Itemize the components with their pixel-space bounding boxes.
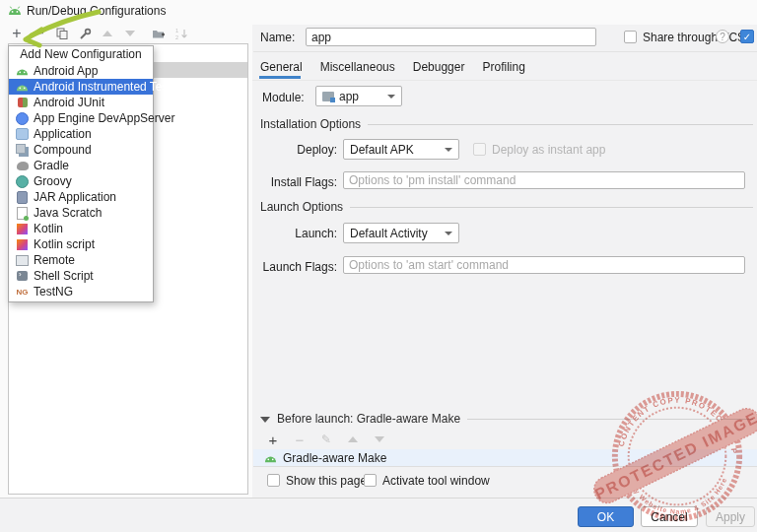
before-launch-collapse-icon[interactable] <box>260 417 270 423</box>
configurations-toolbar: + − 12 <box>8 26 190 41</box>
deploy-value: Default APK <box>350 143 414 157</box>
popup-item-jar-application[interactable]: JAR Application <box>9 189 153 205</box>
popup-item-label: TestNG <box>34 285 73 299</box>
chevron-down-icon <box>445 232 452 235</box>
deploy-instant-app-checkbox[interactable] <box>473 143 486 156</box>
module-select[interactable]: app <box>315 86 402 106</box>
popup-item-label: Shell Script <box>34 269 94 283</box>
before-launch-task-row[interactable]: Gradle-aware Make <box>253 449 757 467</box>
popup-item-testng[interactable]: NG TestNG <box>9 284 153 299</box>
popup-item-remote[interactable]: Remote <box>9 252 153 268</box>
popup-item-java-scratch[interactable]: Java Scratch <box>9 205 153 221</box>
edit-templates-wrench-icon[interactable] <box>76 26 94 41</box>
ok-button[interactable]: OK <box>578 506 634 527</box>
testng-icon: NG <box>16 286 29 299</box>
add-task-button[interactable]: + <box>264 432 282 447</box>
android-instrumented-tests-icon <box>16 81 29 94</box>
cancel-button[interactable]: Cancel <box>641 506 698 527</box>
section-line <box>350 207 753 208</box>
move-up-icon[interactable] <box>99 26 116 41</box>
remove-task-button[interactable]: − <box>291 432 309 447</box>
popup-item-shell-script[interactable]: Shell Script <box>9 268 153 284</box>
popup-item-label: Remote <box>34 253 75 267</box>
launch-options-title: Launch Options <box>260 200 343 214</box>
activate-tool-window-checkbox[interactable] <box>364 474 377 487</box>
module-label: Module: <box>262 91 305 104</box>
corner-checkbox[interactable]: ✓ <box>740 30 754 43</box>
launch-label: Launch: <box>252 227 337 240</box>
popup-item-android-app[interactable]: Android App <box>9 63 153 79</box>
deploy-instant-app-label: Deploy as instant app <box>492 143 605 157</box>
move-task-up-icon[interactable] <box>344 432 362 447</box>
popup-item-label: Android JUnit <box>34 96 104 109</box>
sort-configurations-icon[interactable]: 12 <box>172 26 190 41</box>
installation-options-section-header: Installation Options <box>260 117 753 131</box>
app-engine-icon <box>16 112 29 125</box>
popup-item-android-junit[interactable]: Android JUnit <box>9 95 153 110</box>
popup-item-kotlin[interactable]: Kotlin <box>9 221 153 236</box>
popup-item-label: Gradle <box>34 159 69 172</box>
install-flags-input[interactable] <box>343 171 745 189</box>
name-input[interactable] <box>306 28 596 46</box>
launch-flags-label: Launch Flags: <box>252 260 337 274</box>
popup-item-label: JAR Application <box>34 190 116 204</box>
show-this-page-label: Show this page <box>286 474 367 488</box>
remote-icon <box>16 254 29 267</box>
popup-item-kotlin-script[interactable]: Kotlin script <box>9 236 153 252</box>
share-through-vcs-label: Share through VCS <box>643 31 745 44</box>
tab-profiling[interactable]: Profiling <box>482 60 524 74</box>
deploy-select[interactable]: Default APK <box>343 139 459 160</box>
launch-value: Default Activity <box>350 227 428 240</box>
before-launch-toolbar: + − ✎ <box>264 432 388 447</box>
activate-tool-window-label: Activate tool window <box>382 474 490 488</box>
section-line <box>368 124 753 125</box>
android-junit-icon <box>16 97 29 109</box>
before-launch-section-header: Before launch: Gradle-aware Make <box>277 412 753 426</box>
show-this-page-checkbox[interactable] <box>267 474 280 487</box>
popup-item-label: Android Instrumented Tests <box>34 80 177 94</box>
kotlin-icon <box>16 223 29 235</box>
popup-item-label: Kotlin script <box>34 237 95 251</box>
jar-application-icon <box>16 191 29 204</box>
edit-task-icon[interactable]: ✎ <box>317 432 335 447</box>
groovy-icon <box>16 175 29 188</box>
tab-debugger[interactable]: Debugger <box>413 60 465 74</box>
popup-item-application[interactable]: Application <box>9 126 153 142</box>
popup-item-gradle[interactable]: Gradle <box>9 158 153 173</box>
launch-select[interactable]: Default Activity <box>343 223 459 243</box>
popup-item-label: Android App <box>34 64 98 78</box>
new-folder-icon[interactable] <box>150 26 168 41</box>
name-label: Name: <box>260 31 295 44</box>
popup-item-groovy[interactable]: Groovy <box>9 173 153 189</box>
remove-configuration-button[interactable]: − <box>31 26 48 41</box>
copy-configuration-icon[interactable] <box>53 26 71 41</box>
share-through-vcs-checkbox[interactable] <box>624 31 637 43</box>
module-icon <box>322 92 334 101</box>
svg-text:1: 1 <box>175 28 178 33</box>
popup-item-compound[interactable]: Compound <box>9 142 153 158</box>
apply-button[interactable]: Apply <box>706 506 755 527</box>
help-icon[interactable]: ? <box>716 30 729 43</box>
module-value: app <box>339 90 359 103</box>
popup-item-android-instrumented-tests[interactable]: Android Instrumented Tests <box>9 79 153 95</box>
android-app-icon <box>16 65 29 78</box>
divider <box>253 51 757 52</box>
android-icon <box>264 451 277 464</box>
launch-flags-input[interactable] <box>343 256 745 274</box>
add-new-configuration-popup: Add New Configuration Android App Androi… <box>8 45 154 302</box>
tab-miscellaneous[interactable]: Miscellaneous <box>320 60 395 74</box>
chevron-down-icon <box>445 148 452 152</box>
settings-tabs: General Miscellaneous Debugger Profiling <box>260 60 525 74</box>
popup-item-app-engine[interactable]: App Engine DevAppServer <box>9 110 153 126</box>
install-flags-label: Install Flags: <box>252 175 337 189</box>
add-configuration-button[interactable]: + <box>8 26 26 41</box>
before-launch-task-label: Gradle-aware Make <box>283 451 386 465</box>
move-down-icon[interactable] <box>121 26 139 41</box>
launch-options-section-header: Launch Options <box>260 200 753 214</box>
application-icon <box>16 128 29 141</box>
move-task-down-icon[interactable] <box>371 432 388 447</box>
gradle-icon <box>16 160 29 172</box>
svg-text:2: 2 <box>175 34 178 40</box>
popup-item-label: Application <box>34 127 92 141</box>
tab-general[interactable]: General <box>260 60 303 74</box>
